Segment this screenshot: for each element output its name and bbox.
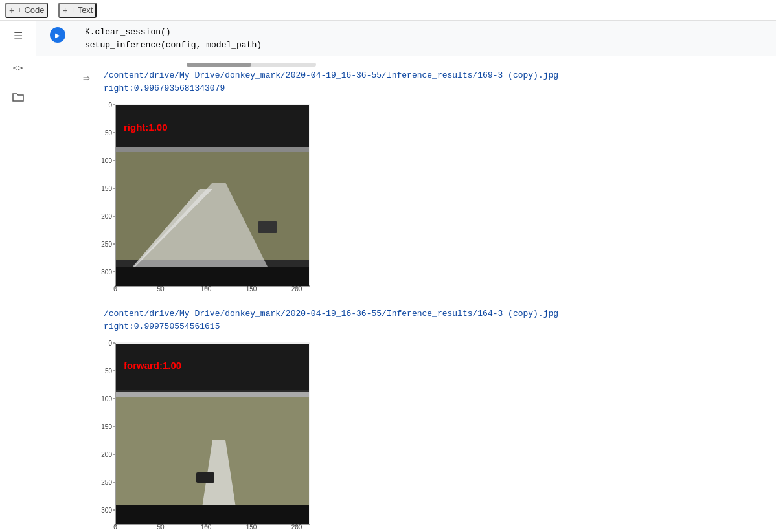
filepath-1: /content/drive/My Drive/donkey_mark/2020… (104, 69, 558, 82)
svg-text:50: 50 (105, 129, 113, 137)
value-1: right:0.9967935681343079 (104, 82, 558, 95)
output-block-1: ⇒ /content/drive/My Drive/donkey_mark/20… (83, 69, 768, 302)
scrollbar-thumb[interactable] (187, 63, 251, 67)
svg-rect-67 (196, 472, 214, 483)
sidebar-folder-icon[interactable] (8, 88, 29, 109)
figure-1: 0 50 100 150 200 250 300 0 (83, 98, 336, 299)
svg-text:100: 100 (101, 157, 112, 164)
code-line-1: K.clear_session() (85, 26, 768, 39)
notebook-main: ▶ K.clear_session() setup_inference(conf… (36, 21, 776, 532)
plus-icon-2: + (62, 5, 67, 16)
sidebar-code-icon[interactable]: <> (8, 57, 29, 78)
add-code-label: + Code (17, 5, 44, 15)
svg-rect-34 (116, 147, 309, 152)
svg-text:200: 200 (101, 213, 112, 220)
plus-icon: + (9, 5, 14, 16)
add-text-button[interactable]: + + Text (58, 3, 97, 18)
add-text-label: + Text (71, 5, 93, 15)
run-button[interactable]: ▶ (50, 27, 65, 43)
output-arrow-icon-1: ⇒ (83, 69, 104, 85)
add-code-button[interactable]: + + Code (5, 3, 48, 18)
filepath-2: /content/drive/My Drive/donkey_mark/2020… (104, 307, 558, 320)
svg-text:150: 150 (101, 423, 112, 430)
code-line-2: setup_inference(config, model_path) (85, 39, 768, 52)
folder-icon (12, 92, 24, 105)
overlay-label-1: right:1.00 (124, 122, 168, 133)
svg-rect-65 (116, 392, 309, 397)
play-icon: ▶ (55, 32, 60, 39)
scrollbar-track[interactable] (187, 63, 316, 67)
output-block-2: /content/drive/My Drive/donkey_mark/2020… (83, 307, 768, 532)
svg-text:200: 200 (101, 451, 112, 458)
svg-text:150: 150 (101, 185, 112, 192)
figure-2: 0 50 100 150 200 250 300 0 (83, 337, 336, 532)
scrollbar-container[interactable] (83, 63, 768, 67)
svg-rect-31 (258, 221, 277, 233)
svg-text:0: 0 (108, 102, 112, 109)
svg-text:300: 300 (101, 269, 112, 276)
sidebar: ☰ <> (0, 21, 36, 532)
code-icon: <> (13, 63, 23, 72)
cell-body[interactable]: K.clear_session() setup_inference(config… (77, 21, 776, 56)
svg-rect-70 (116, 505, 309, 524)
output-area: ⇒ /content/drive/My Drive/donkey_mark/20… (75, 56, 776, 532)
svg-text:50: 50 (105, 368, 113, 375)
svg-text:300: 300 (101, 507, 112, 514)
notebook-toolbar: + + Code + + Text (0, 0, 776, 21)
svg-text:0: 0 (108, 340, 112, 347)
hamburger-icon: ☰ (14, 30, 23, 43)
svg-text:250: 250 (101, 241, 112, 248)
value-2: right:0.999750554561615 (104, 320, 558, 333)
svg-text:250: 250 (101, 479, 112, 486)
svg-text:100: 100 (101, 395, 112, 403)
sidebar-menu-icon[interactable]: ☰ (8, 26, 29, 47)
cell-gutter: ▶ (38, 21, 77, 56)
overlay-label-2: forward:1.00 (124, 360, 181, 371)
svg-rect-35 (116, 267, 309, 286)
code-cell: ▶ K.clear_session() setup_inference(conf… (36, 21, 776, 56)
